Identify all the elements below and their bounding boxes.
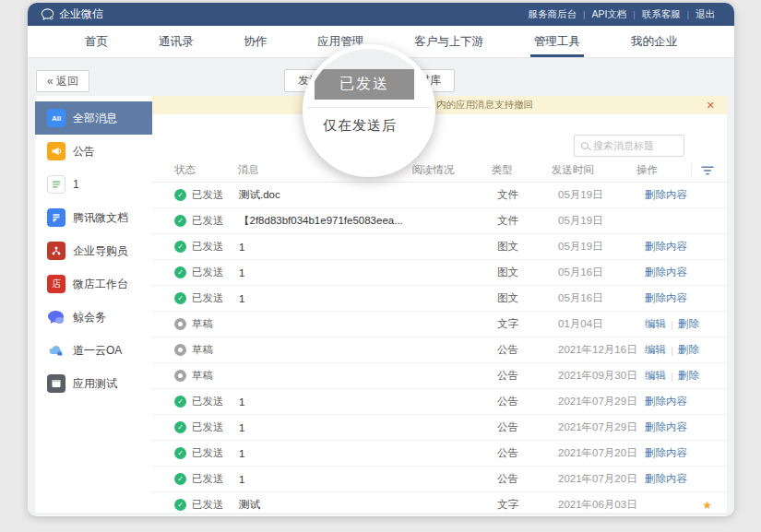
action-link[interactable]: 编辑 (645, 369, 666, 383)
extra-cell: ★ (700, 499, 727, 512)
status-cell: ✓已发送 (174, 472, 239, 486)
search-input[interactable] (593, 140, 677, 151)
message-cell: 测试 (239, 498, 416, 512)
send-time-cell: 05月19日 (558, 188, 645, 202)
nav-tab[interactable]: 首页 (81, 26, 112, 57)
action-link[interactable]: 删除内容 (645, 291, 687, 305)
megaphone-icon (47, 142, 65, 160)
top-link[interactable]: 服务商后台 (522, 8, 584, 21)
nav-tab[interactable]: 通讯录 (155, 26, 197, 57)
status-cell: ✓已发送 (174, 188, 239, 202)
nav-tab[interactable]: 协作 (240, 26, 270, 57)
top-link[interactable]: 退出 (689, 8, 721, 21)
message-cell: 1 (239, 422, 416, 433)
sent-check-icon: ✓ (174, 266, 186, 278)
sidebar-item[interactable]: 店微店工作台 (35, 267, 152, 301)
action-link[interactable]: 删除 (678, 343, 699, 357)
status-label: 已发送 (192, 420, 224, 434)
table-row: ✓已发送测试.doc文件05月19日删除内容 (152, 183, 727, 208)
table-row: ✓已发送测试文字2021年06月03日★ (152, 492, 727, 513)
send-time-cell: 2021年06月03日 (558, 498, 645, 512)
type-cell: 公告 (497, 446, 558, 460)
sent-check-icon: ✓ (174, 499, 186, 511)
action-link[interactable]: 删除内容 (645, 240, 687, 254)
action-link[interactable]: 删除 (678, 317, 699, 331)
status-cell: ✓已发送 (174, 291, 239, 305)
draft-icon (174, 318, 186, 330)
actions-cell: 删除内容 (645, 472, 700, 486)
action-link[interactable]: 删除内容 (645, 420, 687, 434)
app-window-icon (47, 374, 65, 393)
action-link[interactable]: 删除内容 (645, 395, 687, 408)
action-separator: | (671, 345, 673, 356)
type-cell: 文件 (497, 214, 558, 228)
message-panel: 内的应用消息支持撤回 ✕ 状态消息阅读情况类型发送时间操作 ✓已发送测试.doc… (152, 96, 727, 513)
sidebar-item[interactable]: 腾讯微文档 (35, 201, 152, 234)
action-link[interactable]: 删除内容 (645, 446, 687, 460)
status-label: 草稿 (192, 369, 213, 383)
sent-check-icon: ✓ (174, 241, 186, 253)
type-cell: 公告 (497, 472, 558, 486)
status-label: 已发送 (192, 498, 224, 512)
action-link[interactable]: 删除内容 (645, 472, 687, 486)
send-time-cell: 2021年09月30日 (558, 369, 645, 383)
top-bar: 企业微信 服务商后台|API文档|联系客服|退出 (28, 3, 734, 26)
message-cell: 1 (239, 474, 416, 485)
back-button[interactable]: « 返回 (36, 70, 89, 92)
sidebar: All全部消息公告1腾讯微文档企业导购员店微店工作台鲸会务道一云OA应用测试 (35, 96, 152, 513)
loupe-divider (307, 107, 431, 108)
action-link[interactable]: 删除内容 (645, 266, 687, 279)
action-link[interactable]: 编辑 (645, 317, 666, 331)
sidebar-item[interactable]: 鲸会务 (35, 301, 152, 334)
action-link[interactable]: 编辑 (645, 343, 666, 357)
loupe-caption-text: 仅在发送后 (323, 117, 397, 135)
nav-tab[interactable]: 客户与上下游 (410, 26, 487, 57)
sidebar-item[interactable]: 企业导购员 (35, 234, 152, 267)
app-window: 企业微信 服务商后台|API文档|联系客服|退出 首页通讯录协作应用管理客户与上… (28, 3, 734, 516)
sidebar-item-label: 微店工作台 (73, 277, 128, 292)
column-header: 阅读情况 (411, 163, 491, 177)
sidebar-item[interactable]: 1 (35, 168, 152, 201)
star-icon[interactable]: ★ (702, 499, 712, 512)
status-label: 已发送 (192, 266, 224, 279)
actions-cell: 删除内容 (645, 188, 700, 202)
status-cell: ✓已发送 (174, 420, 239, 434)
sidebar-item[interactable]: 公告 (35, 135, 152, 168)
sent-check-icon: ✓ (174, 421, 186, 433)
message-cell: 1 (239, 396, 416, 408)
sidebar-item-label: 腾讯微文档 (73, 210, 128, 226)
sidebar-item[interactable]: All全部消息 (35, 101, 152, 135)
sidebar-item[interactable]: 道一云OA (35, 334, 152, 367)
send-time-cell: 2021年07月20日 (558, 446, 645, 460)
message-cell: 【2f8d83bf034b1e971fe5083eea... (239, 214, 416, 228)
send-time-cell: 2021年12月16日 (558, 343, 645, 357)
type-cell: 图文 (497, 240, 558, 254)
table-row: 草稿公告2021年12月16日编辑|删除 (152, 337, 727, 363)
top-link[interactable]: 联系客服 (636, 8, 687, 21)
sent-check-icon: ✓ (174, 396, 186, 408)
draft-icon (174, 370, 186, 382)
sent-tab-magnified[interactable]: 已发送 (315, 69, 414, 100)
sidebar-item-label: 鲸会务 (73, 310, 106, 325)
action-link[interactable]: 删除 (678, 369, 699, 383)
table-row: ✓已发送1公告2021年07月20日删除内容 (152, 441, 727, 467)
table-row: ✓已发送1公告2021年07月20日删除内容 (152, 467, 727, 492)
sidebar-item[interactable]: 应用测试 (35, 367, 152, 400)
type-cell: 公告 (497, 369, 558, 383)
search-box[interactable] (574, 135, 684, 157)
wechat-work-logo-icon (41, 8, 54, 20)
column-header: 类型 (492, 163, 552, 177)
message-cell: 1 (239, 242, 416, 253)
sent-check-icon: ✓ (174, 473, 186, 485)
action-separator: | (671, 319, 673, 330)
nav-tab[interactable]: 管理工具 (530, 26, 584, 57)
nav-tab[interactable]: 我的企业 (627, 26, 681, 57)
type-cell: 公告 (497, 420, 558, 434)
top-link[interactable]: API文档 (585, 8, 633, 21)
actions-cell: 删除内容 (645, 420, 700, 434)
action-separator: | (671, 371, 673, 382)
actions-cell: 编辑|删除 (645, 343, 700, 357)
notice-close-icon[interactable]: ✕ (707, 99, 715, 112)
filter-icon[interactable] (691, 164, 714, 177)
action-link[interactable]: 删除内容 (645, 188, 687, 202)
